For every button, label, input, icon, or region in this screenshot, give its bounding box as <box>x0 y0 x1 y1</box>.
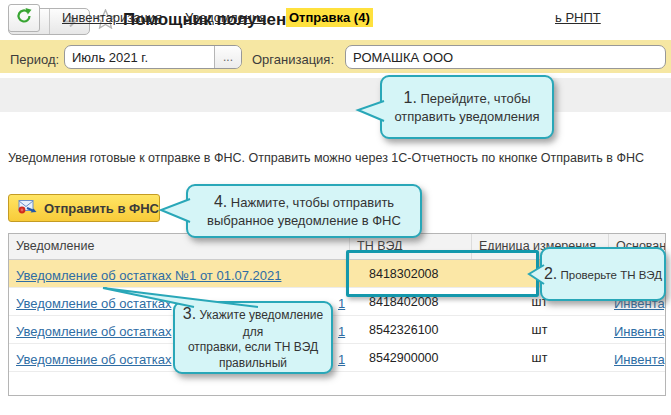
period-more-button[interactable]: ... <box>214 46 241 68</box>
tab-inventory[interactable]: Инвентаризация <box>62 10 162 25</box>
callout-step1: 1. Перейдите, чтобы отправить уведомлени… <box>380 75 554 139</box>
unit-value: шт <box>471 323 608 337</box>
section-tab-bar <box>0 78 671 112</box>
refresh-button[interactable] <box>8 4 40 32</box>
period-label: Период: <box>10 52 59 67</box>
period-value[interactable]: Июль 2021 г. <box>65 50 214 65</box>
notification-link[interactable]: Уведомление об остатках №1 от 01.07.2021 <box>16 268 281 283</box>
table-row[interactable]: Уведомление об остатках 1 8542900000 шт … <box>9 344 665 372</box>
organization-field[interactable]: РОМАШКА ООО <box>345 45 666 69</box>
period-field[interactable]: Июль 2021 г. ... <box>64 45 242 69</box>
notification-link-end[interactable]: 1 <box>338 296 345 311</box>
tnved-value: 8542900000 <box>369 351 439 365</box>
tab-send-active[interactable]: Отправка (4) <box>286 8 373 27</box>
tab-notifications[interactable]: Уведомления <box>185 10 266 25</box>
callout-step2: 2. Проверьте ТН ВЭД <box>540 247 666 301</box>
unit-value: шт <box>471 351 608 365</box>
send-to-fns-button[interactable]: Отправить в ФНС <box>8 194 160 222</box>
basis-link[interactable]: Инвентаризация <box>614 324 666 339</box>
callout-step3: 3. Укажите уведомление для отправки, есл… <box>173 301 333 374</box>
mail-send-icon <box>18 199 37 217</box>
organization-label: Организация: <box>252 52 334 67</box>
tab-partial-rnpt[interactable]: ь РНПТ <box>555 10 601 25</box>
organization-value[interactable]: РОМАШКА ООО <box>346 50 665 65</box>
notification-link[interactable]: Уведомление об остатках <box>16 352 172 367</box>
table-row[interactable]: Уведомление об остатках 1 8542326100 шт … <box>9 316 665 344</box>
callout-step4: 4. Нажмите, чтобы отправить выбранное ув… <box>186 184 422 238</box>
notification-link[interactable]: Уведомление об остатках <box>16 296 172 311</box>
description-text: Уведомления готовые к отправке в ФНС. От… <box>8 151 644 165</box>
basis-link[interactable]: Инвентаризация <box>614 352 666 367</box>
tnved-value: 8418402008 <box>369 295 439 309</box>
notification-link[interactable]: Уведомление об остатках <box>16 324 172 339</box>
tnved-value: 8542326100 <box>369 323 439 337</box>
notification-link-end[interactable]: 1 <box>338 352 345 367</box>
notification-link-end[interactable]: 1 <box>338 324 345 339</box>
tnved-highlight-box <box>346 250 539 297</box>
refresh-icon <box>15 7 33 29</box>
rnpt-assistant-window: Помощник получения РНПТ Период: Июль 202… <box>0 0 671 415</box>
send-to-fns-label: Отправить в ФНС <box>44 201 159 216</box>
